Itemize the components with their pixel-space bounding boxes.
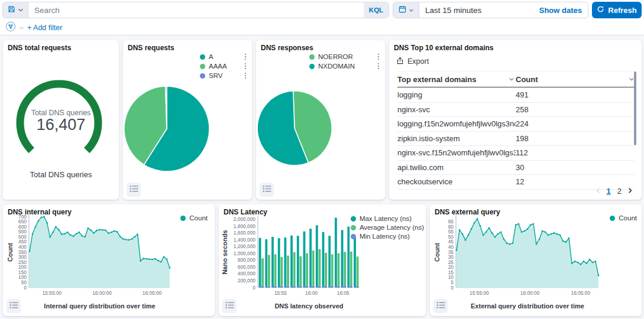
svg-text:16:00:00: 16:00:00 bbox=[92, 290, 112, 296]
y-axis-title: Nano seconds bbox=[221, 217, 228, 288]
table-row: zipkin.istio-system198 bbox=[397, 132, 635, 147]
refresh-button[interactable]: Refresh bbox=[592, 2, 642, 18]
list-icon bbox=[263, 185, 271, 194]
prev-page-icon[interactable] bbox=[595, 187, 601, 196]
page-button-1[interactable]: 1 bbox=[607, 187, 611, 196]
svg-text:350: 350 bbox=[18, 249, 27, 255]
legend-item-noerror[interactable]: NOERROR bbox=[309, 53, 379, 60]
svg-text:16:05: 16:05 bbox=[337, 290, 349, 296]
y-axis-title: Count bbox=[7, 217, 14, 288]
legend-item-count[interactable]: Count bbox=[180, 214, 208, 222]
svg-text:1,200,000: 1,200,000 bbox=[234, 243, 256, 249]
table-header: Top external domains Count bbox=[397, 71, 635, 87]
refresh-icon bbox=[597, 5, 604, 15]
column-header-count[interactable]: Count bbox=[516, 75, 635, 84]
search-input[interactable] bbox=[28, 2, 364, 18]
svg-text:15:55: 15:55 bbox=[274, 290, 287, 296]
count-cell: 258 bbox=[516, 105, 635, 114]
x-axis-title: DNS latency observed bbox=[258, 302, 360, 310]
chart-legend: Max Latency (ns)Average Latency (ns)Min … bbox=[351, 215, 424, 240]
domain-cell: api.twilio.com bbox=[397, 163, 516, 172]
list-icon bbox=[130, 185, 138, 194]
svg-text:45: 45 bbox=[448, 239, 454, 245]
kql-button[interactable]: KQL bbox=[364, 2, 389, 18]
panel-title: DNS Top 10 external domains bbox=[394, 44, 494, 52]
svg-text:1,000,000: 1,000,000 bbox=[234, 250, 256, 256]
domain-cell: zipkin.istio-system bbox=[397, 134, 516, 143]
legend-item-max-latency-ns-[interactable]: Max Latency (ns) bbox=[351, 215, 424, 222]
legend-options-icon[interactable] bbox=[371, 63, 380, 70]
domain-cell: checkoutservice bbox=[397, 177, 516, 186]
svg-text:50: 50 bbox=[448, 234, 454, 240]
query-bar: KQL Last 15 minutes Show dates bbox=[2, 2, 642, 18]
legend-item-count[interactable]: Count bbox=[610, 214, 637, 222]
legend-item-nxdomain[interactable]: NXDOMAIN bbox=[309, 63, 379, 70]
panel-dns-latency: DNS Latency 0200,000400,000600,000800,00… bbox=[219, 204, 426, 316]
legend-item-aaaa[interactable]: AAAA bbox=[200, 63, 246, 70]
legend-dot bbox=[200, 73, 205, 79]
legend-item-average-latency-ns-[interactable]: Average Latency (ns) bbox=[351, 224, 424, 231]
legend-dot bbox=[610, 216, 615, 221]
legend-item-srv[interactable]: SRV bbox=[200, 72, 246, 79]
next-page-icon[interactable] bbox=[627, 187, 633, 196]
svg-text:35: 35 bbox=[448, 249, 454, 255]
dns-dashboard: KQL Last 15 minutes Show dates bbox=[0, 0, 644, 319]
saved-query-menu-button[interactable] bbox=[2, 2, 28, 18]
svg-text:15:55:00: 15:55:00 bbox=[470, 290, 489, 296]
page-button-2[interactable]: 2 bbox=[617, 187, 622, 196]
gauge-metric-label: Total DNS queries bbox=[3, 170, 119, 179]
svg-text:16:00: 16:00 bbox=[305, 290, 318, 296]
add-filter-link[interactable]: + Add filter bbox=[27, 24, 62, 32]
legend-dot bbox=[309, 64, 315, 69]
legend-toggle-button[interactable] bbox=[7, 299, 21, 313]
panel-dns-internal-query: DNS internal query 050100150200250300350… bbox=[3, 204, 215, 316]
legend-label: AAAA bbox=[209, 63, 227, 70]
date-picker-button[interactable] bbox=[393, 2, 419, 18]
svg-text:1,800,000: 1,800,000 bbox=[234, 223, 256, 229]
svg-text:30: 30 bbox=[448, 254, 454, 260]
svg-text:55: 55 bbox=[448, 229, 454, 235]
domain-cell: logging.f15n2womfujehfjlwv0lgs3nog.... bbox=[397, 119, 516, 128]
show-dates-link[interactable]: Show dates bbox=[539, 6, 588, 15]
dashboard-grid: DNS total requests Total DNS queries 16,… bbox=[0, 35, 644, 319]
panel-dns-requests: DNS requests AAAAASRV bbox=[123, 40, 252, 200]
domain-cell: nginx-svc bbox=[397, 105, 516, 114]
date-picker-control: Last 15 minutes Show dates bbox=[393, 2, 588, 18]
svg-text:300: 300 bbox=[18, 254, 27, 260]
legend-dot bbox=[200, 54, 205, 60]
column-header-domains[interactable]: Top external domains bbox=[397, 75, 516, 84]
legend-options-icon[interactable] bbox=[238, 63, 247, 70]
svg-text:16:05:00: 16:05:00 bbox=[571, 290, 590, 296]
save-icon bbox=[8, 5, 15, 15]
domains-table-body: logging491nginx-svc258logging.f15n2womfu… bbox=[397, 88, 635, 190]
svg-text:650: 650 bbox=[18, 219, 27, 224]
legend-toggle-button[interactable] bbox=[433, 299, 448, 313]
export-button[interactable]: Export bbox=[396, 57, 429, 66]
page-numbers: 12 bbox=[607, 187, 622, 196]
chevron-down-icon bbox=[409, 6, 414, 15]
list-icon bbox=[9, 301, 18, 311]
legend-label: NXDOMAIN bbox=[318, 63, 355, 70]
svg-text:0: 0 bbox=[24, 285, 27, 291]
legend-options-icon[interactable] bbox=[371, 54, 380, 60]
svg-text:2,000,000: 2,000,000 bbox=[234, 216, 256, 222]
panel-top-external-domains: DNS Top 10 external domains Export Top e… bbox=[389, 40, 642, 200]
panel-dns-total-requests: DNS total requests Total DNS queries 16,… bbox=[3, 40, 119, 200]
legend-toggle-button[interactable] bbox=[127, 183, 141, 197]
export-icon bbox=[396, 57, 404, 66]
count-cell: 30 bbox=[516, 163, 635, 172]
legend-label: Count bbox=[619, 214, 637, 222]
legend-options-icon[interactable] bbox=[238, 73, 247, 79]
filter-icon[interactable] bbox=[5, 21, 16, 34]
domain-cell: nginx-svc.f15n2womfujehfjlwv0lgs3no... bbox=[397, 148, 516, 157]
panel-dns-responses: DNS responses NOERRORNXDOMAIN bbox=[256, 40, 385, 200]
legend-toggle-button[interactable] bbox=[222, 299, 237, 313]
legend-item-min-latency-ns-[interactable]: Min Latency (ns) bbox=[351, 233, 424, 240]
chart-legend: NOERRORNXDOMAIN bbox=[309, 53, 379, 70]
time-range-value[interactable]: Last 15 minutes bbox=[419, 6, 539, 15]
legend-options-icon[interactable] bbox=[238, 54, 247, 60]
x-axis-title: Internal query distribution over time bbox=[30, 302, 170, 310]
table-scrollbar[interactable] bbox=[634, 71, 636, 145]
legend-item-a[interactable]: A bbox=[200, 53, 246, 60]
legend-toggle-button[interactable] bbox=[260, 183, 274, 197]
